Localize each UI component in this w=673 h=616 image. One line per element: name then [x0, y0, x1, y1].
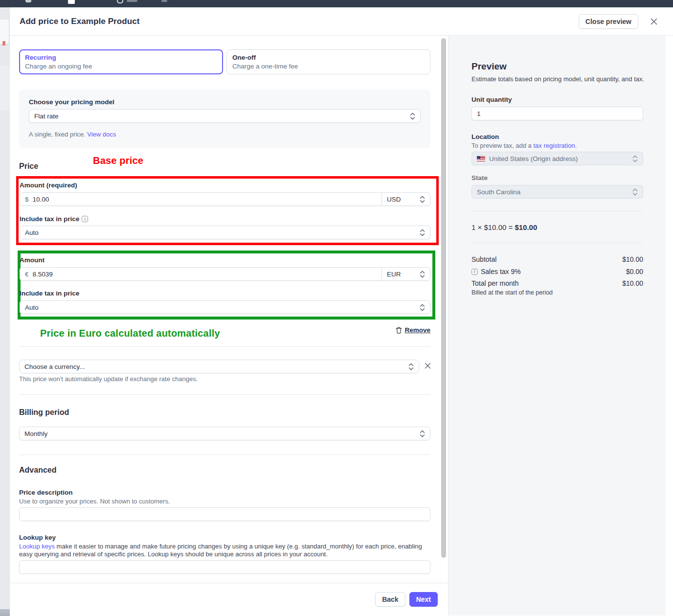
usd-currency-select[interactable]: USD [381, 192, 430, 206]
country-value: United States (Origin address) [489, 155, 632, 162]
billing-period-value: Monthly [24, 430, 420, 437]
preview-heading: Preview [471, 61, 507, 72]
next-button[interactable]: Next [409, 592, 438, 607]
close-preview-button[interactable]: Close preview [579, 14, 638, 29]
price-description-helper: Use to organize your prices. Not shown t… [19, 498, 170, 505]
pricing-model-helper-text: A single, fixed price. [29, 131, 87, 138]
info-icon[interactable]: i [82, 216, 88, 222]
exchange-rate-note: This price won't automatically update if… [19, 375, 198, 383]
browser-topbar [0, 0, 673, 7]
dialog-footer: Back Next [10, 583, 448, 616]
preview-pane: Preview Estimate totals based on pricing… [449, 36, 666, 616]
recurring-card[interactable]: Recurring Charge an ongoing fee [19, 49, 223, 74]
state-value: South Carolina [477, 188, 632, 196]
billing-period-select[interactable]: Monthly [19, 427, 430, 440]
annotation-base-price: Base price [93, 155, 143, 166]
form-scroll-area[interactable]: Recurring Charge an ongoing fee One-off … [10, 36, 448, 583]
divider [471, 211, 643, 211]
modal-scrollbar-gutter[interactable] [666, 36, 673, 616]
total-label: Total per month [471, 279, 519, 287]
clear-currency-icon[interactable] [424, 362, 431, 369]
unit-quantity-input[interactable] [471, 107, 643, 120]
lookup-key-description-text: make it easier to manage and make future… [19, 543, 422, 558]
price-description-input[interactable] [19, 507, 430, 521]
chevron-updown-icon [420, 229, 425, 236]
state-select[interactable]: South Carolina [471, 185, 643, 199]
eur-amount-group: € EUR [20, 267, 430, 281]
preview-description: Estimate totals based on pricing model, … [471, 75, 644, 83]
info-icon[interactable]: i [471, 269, 478, 275]
topbar-fragment [161, 0, 167, 2]
advanced-heading: Advanced [19, 466, 56, 475]
eur-currency-select[interactable]: EUR [381, 267, 430, 281]
total-value: $10.00 [622, 279, 643, 287]
divider [19, 455, 430, 455]
us-flag-icon [477, 156, 485, 161]
choose-currency-select[interactable]: Choose a currency... [19, 360, 419, 373]
underlay-block [0, 66, 10, 110]
underlay-footer [0, 609, 10, 616]
back-button[interactable]: Back [375, 592, 405, 607]
lookup-key-description: Lookup keys make it easier to manage and… [19, 543, 430, 558]
dialog-header: Add price to Example Product Close previ… [10, 7, 673, 36]
eur-amount-input[interactable] [33, 271, 377, 278]
remove-button[interactable]: Remove [19, 326, 430, 334]
pricing-model-select[interactable]: Flat rate [29, 109, 421, 123]
lookup-keys-link[interactable]: Lookup keys [19, 543, 55, 550]
lookup-key-label: Lookup key [19, 534, 56, 541]
eur-symbol: € [25, 271, 29, 278]
one-off-description: Charge a one-time fee [232, 63, 425, 70]
equation-prefix: 1 × $10.00 = [471, 223, 515, 231]
chevron-updown-icon [420, 196, 425, 203]
amount-required-label: Amount (required) [20, 182, 77, 189]
subtotal-value: $10.00 [622, 255, 643, 263]
usd-amount-group: $ USD [20, 192, 430, 206]
chevron-updown-icon [420, 304, 425, 311]
tax-registration-link[interactable]: tax registration [533, 142, 575, 149]
amount-label-eur: Amount [20, 256, 45, 264]
pricing-model-helper: A single, fixed price. View docs [29, 131, 430, 138]
eur-amount-field[interactable]: € [20, 267, 381, 281]
equation-total: $10.00 [515, 223, 537, 231]
choose-currency-placeholder: Choose a currency... [24, 363, 408, 370]
chevron-updown-icon [632, 188, 638, 196]
close-icon[interactable] [650, 18, 658, 25]
chevron-updown-icon [632, 155, 638, 162]
state-label: State [471, 174, 488, 182]
divider [471, 243, 643, 243]
pricing-model-panel: Choose your pricing model Flat rate A si… [19, 90, 430, 148]
country-select[interactable]: United States (Origin address) [471, 152, 643, 165]
preview-equation: 1 × $10.00 = $10.00 [471, 223, 537, 231]
total-row: Total per month $10.00 [471, 279, 643, 287]
unit-quantity-label: Unit quantity [471, 96, 512, 103]
sales-tax-row: i Sales tax 9% $0.00 [471, 268, 643, 275]
usd-amount-field[interactable]: $ [20, 192, 381, 206]
one-off-card[interactable]: One-off Charge a one-time fee [226, 49, 430, 74]
underlay-text-fragment [2, 41, 5, 46]
include-tax-value-eur: Auto [25, 304, 420, 311]
usd-symbol: $ [25, 196, 29, 203]
usd-amount-input[interactable] [33, 196, 377, 203]
include-tax-select-eur[interactable]: Auto [20, 300, 430, 314]
lookup-key-input[interactable] [19, 560, 430, 574]
topbar-fragment [68, 0, 75, 4]
underlay-card [0, 20, 9, 44]
chevron-updown-icon [408, 363, 414, 370]
topbar-fragment [117, 0, 123, 3]
billed-note: Billed at the start of the period [471, 289, 553, 296]
eur-currency-value: EUR [387, 271, 420, 278]
include-tax-label-usd: Include tax in price i [20, 215, 88, 223]
location-label: Location [471, 133, 499, 140]
pricing-type-cards: Recurring Charge an ongoing fee One-off … [19, 49, 430, 74]
include-tax-value-usd: Auto [25, 229, 420, 236]
location-helper-suffix: . [575, 142, 577, 149]
view-docs-link[interactable]: View docs [87, 131, 116, 138]
scrollbar-thumb[interactable] [441, 38, 446, 558]
subtotal-row: Subtotal $10.00 [471, 255, 643, 263]
dialog-title: Add price to Example Product [20, 17, 140, 26]
chevron-updown-icon [420, 430, 425, 437]
billing-period-heading: Billing period [19, 408, 69, 417]
divider [19, 394, 430, 395]
form-column: Recurring Charge an ongoing fee One-off … [10, 36, 449, 616]
include-tax-select-usd[interactable]: Auto [20, 226, 430, 239]
